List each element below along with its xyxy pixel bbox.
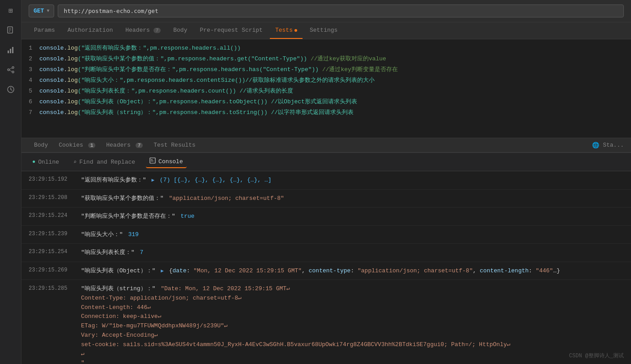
url-input[interactable] bbox=[58, 4, 624, 17]
tab-params[interactable]: Params bbox=[29, 22, 60, 39]
code-editor[interactable]: 1 console.log("返回所有响应头参数：",pm.response.h… bbox=[21, 39, 631, 138]
response-status-area: 🌐 Sta... bbox=[592, 142, 624, 149]
method-label: GET bbox=[34, 8, 44, 14]
svg-rect-6 bbox=[12, 47, 13, 53]
console-content-5: "响应头列表长度：" 7 bbox=[81, 248, 624, 257]
request-tabs: Params Authorization Headers 7 Body Pre-… bbox=[21, 22, 631, 39]
console-content-2: "获取响应头中某个参数的值：" "application/json; chars… bbox=[81, 194, 624, 203]
dropdown-arrow-icon: ▼ bbox=[47, 8, 49, 13]
response-tab-headers[interactable]: Headers 7 bbox=[101, 138, 148, 152]
code-line-4: 4 console.log("响应头大小：",pm.response.heade… bbox=[21, 75, 631, 86]
code-line-3: 3 console.log("判断响应头中某个参数是否存在：",pm.respo… bbox=[21, 64, 631, 75]
console-entry-6: 23:29:15.269 "响应头列表（Object）：" ▶ {date: "… bbox=[21, 262, 631, 280]
console-time-1: 23:29:15.192 bbox=[29, 176, 76, 182]
toolbar-find-replace-label: Find and Replace bbox=[79, 159, 135, 165]
console-entry-2: 23:29:15.208 "获取响应头中某个参数的值：" "applicatio… bbox=[21, 190, 631, 208]
response-tab-body[interactable]: Body bbox=[29, 138, 53, 152]
console-time-2: 23:29:15.208 bbox=[29, 194, 76, 201]
svg-line-11 bbox=[9, 70, 12, 72]
share-icon[interactable] bbox=[4, 63, 18, 77]
status-text: Sta... bbox=[603, 142, 624, 148]
console-entry-7: 23:29:15.285 "响应头列表（string）：" "Date: Mon… bbox=[21, 280, 631, 364]
console-time-6: 23:29:15.269 bbox=[29, 267, 76, 273]
code-line-5: 5 console.log("响应头列表长度：",pm.response.hea… bbox=[21, 86, 631, 97]
toolbar-online[interactable]: ● Online bbox=[29, 157, 63, 167]
request-bar: GET ▼ bbox=[21, 0, 631, 22]
svg-line-10 bbox=[9, 68, 12, 69]
code-line-1: 1 console.log("返回所有响应头参数：",pm.response.h… bbox=[21, 43, 631, 54]
response-tab-cookies[interactable]: Cookies 1 bbox=[53, 138, 101, 152]
code-line-6: 6 console.log("响应头列表（Object）：",pm.respon… bbox=[21, 97, 631, 107]
sidebar: ⊞ bbox=[0, 0, 21, 364]
svg-rect-4 bbox=[8, 51, 9, 53]
code-line-7: 7 console.log("响应头列表（string）：",pm.respon… bbox=[21, 107, 631, 118]
code-line-2: 2 console.log("获取响应头中某个参数的值：",pm.respons… bbox=[21, 54, 631, 64]
console-entry-3: 23:29:15.224 "判断响应头中某个参数是否存在：" true bbox=[21, 207, 631, 226]
svg-rect-13 bbox=[150, 158, 155, 163]
online-icon: ● bbox=[32, 159, 35, 165]
chart-icon[interactable] bbox=[4, 43, 18, 57]
toolbar-online-label: Online bbox=[38, 159, 59, 165]
response-tab-test-results[interactable]: Test Results bbox=[148, 138, 201, 152]
tab-pre-request-script[interactable]: Pre-request Script bbox=[194, 22, 268, 39]
search-replace-icon: ⌕ bbox=[73, 159, 77, 165]
console-content-3: "判断响应头中某个参数是否存在：" true bbox=[81, 212, 624, 221]
console-time-3: 23:29:15.224 bbox=[29, 212, 76, 219]
bottom-toolbar: ● Online ⌕ Find and Replace Console bbox=[21, 152, 631, 171]
file-icon[interactable] bbox=[4, 23, 18, 38]
tab-tests[interactable]: Tests bbox=[270, 22, 303, 39]
console-time-7: 23:29:15.285 bbox=[29, 284, 76, 292]
tab-authorization[interactable]: Authorization bbox=[62, 22, 118, 39]
console-area[interactable]: 23:29:15.192 "返回所有响应头参数：" ▶ (7) [{…}, {…… bbox=[21, 171, 631, 364]
console-time-5: 23:29:15.254 bbox=[29, 248, 76, 255]
grid-icon[interactable]: ⊞ bbox=[4, 4, 18, 18]
tab-body[interactable]: Body bbox=[168, 22, 192, 39]
main-panel: GET ▼ Params Authorization Headers 7 Bod… bbox=[21, 0, 631, 364]
console-content-1: "返回所有响应头参数：" ▶ (7) [{…}, {…}, {…}, {…}, … bbox=[81, 176, 624, 185]
svg-point-9 bbox=[12, 71, 14, 73]
tab-headers[interactable]: Headers 7 bbox=[120, 22, 166, 39]
console-entry-5: 23:29:15.254 "响应头列表长度：" 7 bbox=[21, 244, 631, 262]
toolbar-console[interactable]: Console bbox=[146, 156, 187, 168]
history-icon[interactable] bbox=[4, 82, 18, 97]
console-content-6: "响应头列表（Object）：" ▶ {date: "Mon, 12 Dec 2… bbox=[81, 267, 624, 275]
toolbar-find-replace[interactable]: ⌕ Find and Replace bbox=[70, 157, 139, 167]
console-content-4: "响应头大小：" 319 bbox=[81, 230, 624, 239]
console-time-4: 23:29:15.239 bbox=[29, 230, 76, 237]
method-select[interactable]: GET ▼ bbox=[29, 4, 54, 17]
svg-point-7 bbox=[12, 67, 14, 68]
svg-point-8 bbox=[8, 69, 9, 71]
tab-settings[interactable]: Settings bbox=[304, 22, 343, 39]
svg-rect-5 bbox=[10, 49, 11, 53]
globe-icon: 🌐 bbox=[592, 142, 599, 149]
response-tabs: Body Cookies 1 Headers 7 Test Results 🌐 … bbox=[21, 138, 631, 152]
console-entry-4: 23:29:15.239 "响应头大小：" 319 bbox=[21, 226, 631, 244]
toolbar-console-label: Console bbox=[158, 158, 183, 165]
console-entry-1: 23:29:15.192 "返回所有响应头参数：" ▶ (7) [{…}, {…… bbox=[21, 171, 631, 190]
console-content-7: "响应头列表（string）：" "Date: Mon, 12 Dec 2022… bbox=[81, 284, 624, 364]
console-icon bbox=[149, 157, 156, 165]
